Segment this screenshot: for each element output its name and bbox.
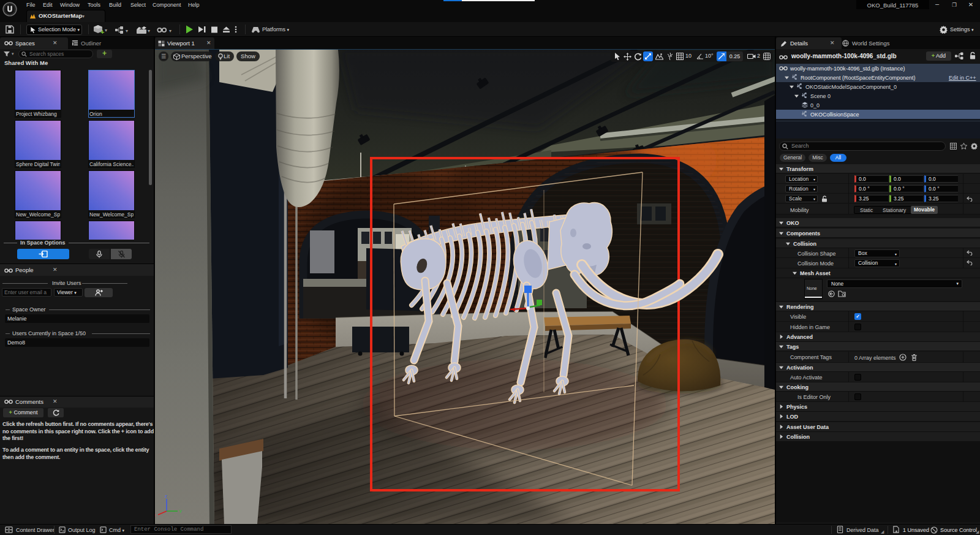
svg-text:+: + (100, 28, 104, 35)
svg-text:▾: ▾ (126, 28, 128, 34)
svg-text:▾: ▾ (169, 28, 172, 34)
svg-text:▾: ▾ (105, 28, 107, 33)
svg-text:▾: ▾ (148, 28, 150, 34)
svg-text:Y: Y (179, 509, 183, 514)
svg-text:z: z (165, 493, 167, 499)
svg-text:x: x (155, 512, 156, 518)
